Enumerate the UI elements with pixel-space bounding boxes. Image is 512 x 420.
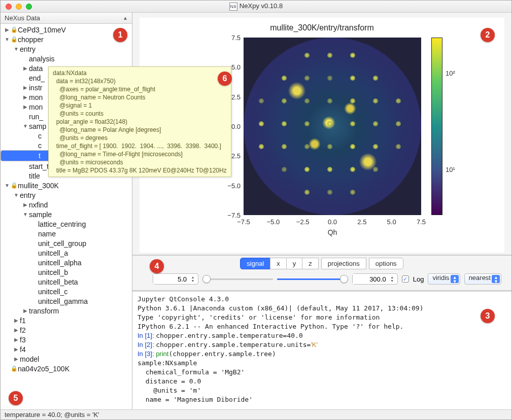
minimize-icon[interactable] xyxy=(16,4,22,10)
tree-item[interactable]: name xyxy=(1,229,132,238)
tree-item[interactable]: ▶f4 xyxy=(1,344,132,354)
tree-item-label: unitcell_gamma xyxy=(38,297,88,305)
tree-item-label: unitcell_c xyxy=(38,288,67,296)
disclosure-icon[interactable]: ▶ xyxy=(22,85,29,90)
callout-5: 5 xyxy=(9,391,23,405)
disclosure-icon[interactable]: ▶ xyxy=(13,356,20,362)
disclosure-icon[interactable]: ▶ xyxy=(4,27,11,32)
disclosure-icon[interactable]: ▼ xyxy=(22,212,29,217)
tree-item[interactable]: unitcell_alpha xyxy=(1,258,132,267)
ipython-console[interactable]: Jupyter QtConsole 4.3.0 Python 3.6.1 |An… xyxy=(132,291,511,409)
tree-item[interactable]: unitcell_gamma xyxy=(1,296,132,306)
tree-item[interactable]: ▼🔒mullite_300K xyxy=(1,181,132,190)
plot-title: mullite_300K/entry/transform xyxy=(140,18,504,32)
tab-projections[interactable]: projections xyxy=(321,258,366,269)
tree-item[interactable]: unitcell_beta xyxy=(1,277,132,287)
zoom-icon[interactable] xyxy=(26,4,32,10)
tree-item-label: mullite_300K xyxy=(18,182,59,190)
chevron-up-icon[interactable]: ▲ xyxy=(123,15,128,21)
tree-item-label: end_ xyxy=(29,74,45,82)
tree-item-label: CePd3_10meV xyxy=(18,26,66,34)
tree-item[interactable]: ▶f3 xyxy=(1,335,132,344)
tree-item[interactable]: unitcell_b xyxy=(1,267,132,277)
stepper-icon[interactable]: ▲▼ xyxy=(189,274,197,284)
vmax-input[interactable]: ▲▼ xyxy=(352,273,398,285)
tree-item[interactable]: unitcell_a xyxy=(1,248,132,258)
tree-item-label: transform xyxy=(29,307,59,315)
tree-item[interactable]: ▶🔒CePd3_10meV xyxy=(1,25,132,34)
tree-item[interactable]: analysis xyxy=(1,54,132,63)
tree-item[interactable]: unit_cell_group xyxy=(1,238,132,248)
lock-icon: 🔒 xyxy=(11,182,18,189)
stepper-icon[interactable]: ▲▼ xyxy=(388,274,396,284)
tree-item-label: data xyxy=(29,64,43,73)
tree-item-label: f2 xyxy=(20,326,26,334)
tree-item-label: f1 xyxy=(20,317,26,325)
tree-item-label: f4 xyxy=(20,345,26,354)
callout-4: 4 xyxy=(150,259,164,273)
close-icon[interactable] xyxy=(6,4,12,10)
tree-item[interactable]: unitcell_c xyxy=(1,287,132,296)
vmin-slider[interactable] xyxy=(202,273,273,285)
x-axis: −7.5−5.0−2.50.02.55.07.5Qh xyxy=(244,216,421,236)
log-checkbox[interactable]: ✓ xyxy=(402,275,409,283)
disclosure-icon[interactable]: ▶ xyxy=(13,337,20,342)
tab-y[interactable]: y xyxy=(286,258,303,269)
tree-item[interactable]: ▶transform xyxy=(1,306,132,316)
tree-item[interactable]: ▼sample xyxy=(1,209,132,219)
tree-item-label: t xyxy=(39,152,41,160)
tree-item[interactable]: ▼entry xyxy=(1,44,132,54)
tree-item-label: lattice_centring xyxy=(38,220,86,228)
disclosure-icon[interactable]: ▶ xyxy=(22,308,29,313)
tree-item-label: model xyxy=(20,355,39,363)
tree-item[interactable]: ▶f2 xyxy=(1,325,132,335)
disclosure-icon[interactable]: ▶ xyxy=(22,94,29,100)
vmax-slider[interactable] xyxy=(277,273,348,285)
tree-item[interactable]: ▶model xyxy=(1,354,132,364)
tree-item-label: analysis xyxy=(29,55,55,63)
lock-icon: 🔒 xyxy=(11,365,18,372)
tree-item[interactable]: ▼🔒chopper xyxy=(1,34,132,44)
disclosure-icon[interactable]: ▼ xyxy=(13,46,20,52)
heatmap[interactable] xyxy=(244,38,421,215)
tab-options[interactable]: options xyxy=(369,258,403,269)
tree-item[interactable]: 🔒na04v2o5_100K xyxy=(1,364,132,373)
window-title: NXNeXpy v0.10.8 xyxy=(1,2,511,11)
tree-item[interactable]: ▶nxfind xyxy=(1,200,132,209)
disclosure-icon[interactable]: ▶ xyxy=(22,202,29,207)
plot-tabs: signalxyzprojectionsoptions xyxy=(132,256,511,271)
vmin-input[interactable]: ▲▼ xyxy=(153,273,198,285)
colormap-select[interactable]: viridis▲▼ xyxy=(428,273,460,285)
disclosure-icon[interactable]: ▶ xyxy=(13,346,20,352)
tree-item-label: name xyxy=(38,230,56,238)
tree-item[interactable]: ▶f1 xyxy=(1,316,132,325)
tree-item-label: sample xyxy=(29,211,52,219)
disclosure-icon[interactable]: ▶ xyxy=(22,104,29,110)
tree-item-label: unitcell_alpha xyxy=(38,259,82,267)
tab-x[interactable]: x xyxy=(270,258,287,269)
disclosure-icon[interactable]: ▶ xyxy=(22,65,29,71)
log-label: Log xyxy=(413,275,424,283)
interp-select[interactable]: nearest▲▼ xyxy=(464,273,501,285)
tree-item-label: f3 xyxy=(20,336,26,344)
colorbar-tick: 10¹ xyxy=(446,166,455,173)
tree-item[interactable]: ▼entry xyxy=(1,190,132,200)
tree-item-label: na04v2o5_100K xyxy=(18,365,70,373)
tree-item-label: entry xyxy=(20,45,36,53)
disclosure-icon[interactable]: ▼ xyxy=(13,192,20,198)
disclosure-icon[interactable]: ▼ xyxy=(4,37,11,42)
colorbar-tick: 10² xyxy=(446,69,455,77)
colorbar[interactable] xyxy=(431,38,442,215)
disclosure-icon[interactable]: ▶ xyxy=(13,318,20,323)
tree-item[interactable]: lattice_centring xyxy=(1,219,132,229)
callout-1: 1 xyxy=(113,28,127,42)
disclosure-icon[interactable]: ▼ xyxy=(4,183,11,188)
sidebar-header[interactable]: NeXus Data ▲ xyxy=(1,13,132,24)
disclosure-icon[interactable]: ▼ xyxy=(22,123,29,129)
tab-z[interactable]: z xyxy=(302,258,319,269)
tree-item-label: unitcell_beta xyxy=(38,278,78,286)
lock-icon: 🔒 xyxy=(11,36,18,43)
tree-item-label: unitcell_b xyxy=(38,268,68,276)
disclosure-icon[interactable]: ▶ xyxy=(13,327,20,333)
tab-signal[interactable]: signal xyxy=(240,258,270,269)
